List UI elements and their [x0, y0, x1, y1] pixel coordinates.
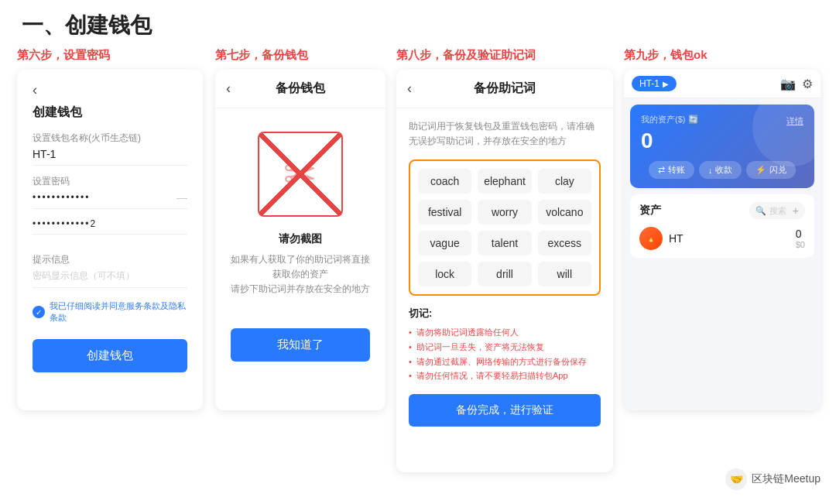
receive-icon: ↓ [708, 166, 713, 175]
reminder-item: 请勿将助记词透露给任何人 [409, 325, 601, 340]
no-screenshot-title: 请勿截图 [279, 232, 322, 246]
step-9-label: 第九步，钱包ok [624, 48, 708, 63]
assets-section: 资产 🔍 搜索 + 🔥 HT 0 $0 [630, 194, 814, 258]
know-button[interactable]: 我知道了 [231, 328, 370, 362]
password-confirm-field[interactable]: ••••••••••••2 [33, 218, 187, 235]
mnemonic-word: talent [478, 231, 531, 255]
topbar: HT-1 ▶ 📷 ⚙ [624, 70, 821, 98]
asset-actions: ⇄ 转账 ↓ 收款 ⚡ 闪兑 [641, 161, 803, 179]
wallet-name-label: 设置钱包名称(火币生态链) [33, 132, 187, 145]
mnemonic-word: lock [418, 262, 471, 286]
mnemonic-word: excess [538, 231, 591, 255]
mnemonic-desc: 助记词用于恢复钱包及重置钱包密码，请准确无误抄写助记词，并存放在安全的地方 [409, 119, 601, 149]
search-placeholder: 搜索 [769, 205, 786, 217]
receive-button[interactable]: ↓ 收款 [699, 161, 742, 179]
transfer-icon: ⇄ [658, 165, 665, 175]
flash-button[interactable]: ⚡ 闪兑 [746, 161, 796, 179]
page-title: 一、创建钱包 [22, 11, 152, 40]
agree-checkbox[interactable] [33, 306, 45, 318]
wallet-name-value: HT-1 [33, 148, 187, 166]
mnemonic-word: vague [418, 231, 471, 255]
asset-amount: 0 [641, 129, 803, 153]
wallet-badge[interactable]: HT-1 ▶ [632, 76, 677, 91]
hint-placeholder: 密码显示信息（可不填） [33, 269, 187, 288]
detail-link[interactable]: 详情 [786, 115, 803, 127]
watermark-text: 区块链Meetup [752, 472, 821, 486]
mnemonic-word: clay [538, 169, 591, 194]
reminder-item: 请勿任何情况，请不要轻易扫描转包App [409, 369, 601, 383]
mnemonic-word: volcano [538, 200, 591, 225]
no-screenshot-desc: 如果有人获取了你的助记词将直接获取你的资产请抄下助记词并存放在安全的地方 [231, 252, 370, 297]
agree-row: 我已仔细阅读并同意服务条款及隐私条款 [33, 300, 187, 324]
add-asset-icon[interactable]: + [793, 204, 799, 217]
topbar-icons: 📷 ⚙ [780, 77, 813, 91]
panel-step6: ‹ 创建钱包 设置钱包名称(火币生态链) HT-1 设置密码 •••••••••… [17, 70, 203, 410]
backup-verify-button[interactable]: 备份完成，进行验证 [409, 394, 601, 427]
ht-row: 🔥 HT 0 $0 [639, 227, 805, 250]
watermark: 🤝 区块链Meetup [725, 468, 821, 490]
step-8-label: 第八步，备份及验证助记词 [396, 48, 536, 63]
panel-8-title: 备份助记词 [474, 81, 536, 97]
mnemonic-grid: coachelephantclayfestivalworryvolcanovag… [409, 159, 601, 296]
camera-icon[interactable]: 📷 [780, 77, 796, 91]
assets-title: 资产 [639, 204, 661, 218]
screenshot-placeholder: ✂ [258, 132, 343, 217]
eye-icon[interactable]: — [176, 191, 187, 204]
settings-icon[interactable]: ⚙ [802, 77, 813, 91]
mnemonic-word: elephant [478, 169, 531, 194]
create-wallet-button[interactable]: 创建钱包 [33, 339, 187, 372]
refresh-icon[interactable]: 🔄 [688, 115, 699, 125]
reminder-list: 请勿将助记词透露给任何人助记词一旦丢失，资产将无法恢复请勿通过截屏、网络传输的方… [409, 325, 601, 383]
password-label: 设置密码 [33, 175, 187, 188]
watermark-icon: 🤝 [725, 468, 747, 490]
back-arrow-6[interactable]: ‹ [33, 82, 187, 98]
asset-label: 我的资产($) 🔄 [641, 114, 699, 125]
search-icon: 🔍 [755, 206, 766, 216]
password-confirm-dots: ••••••••••••2 [33, 218, 187, 229]
panel-6-title: 创建钱包 [33, 105, 187, 121]
password-field[interactable]: •••••••••••• — [33, 191, 187, 209]
search-box[interactable]: 🔍 搜索 + [749, 202, 805, 219]
back-arrow-7[interactable]: ‹ [226, 81, 231, 97]
reminder-title: 切记: [409, 307, 601, 321]
ht-usd: $0 [796, 240, 805, 249]
step-6-label: 第六步，设置密码 [17, 48, 110, 63]
assets-header: 资产 🔍 搜索 + [639, 202, 805, 219]
ht-name: HT [669, 232, 684, 245]
reminder-item: 请勿通过截屏、网络传输的方式进行备份保存 [409, 355, 601, 369]
agree-text: 我已仔细阅读并同意服务条款及隐私条款 [50, 300, 187, 324]
ht-info: 🔥 HT [639, 227, 684, 250]
mnemonic-word: coach [418, 169, 471, 194]
flash-icon: ⚡ [755, 165, 766, 175]
panel-7-title: 备份钱包 [276, 81, 325, 97]
ht-logo: 🔥 [639, 227, 663, 250]
step-7-label: 第七步，备份钱包 [215, 48, 308, 63]
ht-balance: 0 $0 [796, 228, 805, 249]
wallet-badge-name: HT-1 [639, 78, 660, 89]
password-dots: •••••••••••• [33, 192, 176, 203]
dropdown-arrow-icon: ▶ [663, 80, 669, 88]
panel-step9: HT-1 ▶ 📷 ⚙ 我的资产($) 🔄 详情 0 ⇄ 转账 ↓ 收款 [624, 70, 821, 410]
transfer-button[interactable]: ⇄ 转账 [649, 161, 694, 179]
reminder-item: 助记词一旦丢失，资产将无法恢复 [409, 340, 601, 355]
mnemonic-word: will [538, 262, 591, 286]
panel-step8: ‹ 备份助记词 助记词用于恢复钱包及重置钱包密码，请准确无误抄写助记词，并存放在… [396, 70, 613, 472]
asset-card: 我的资产($) 🔄 详情 0 ⇄ 转账 ↓ 收款 ⚡ 闪兑 [630, 105, 814, 188]
no-screenshot-icon: ✂ [283, 151, 317, 197]
mnemonic-word: worry [478, 200, 531, 225]
back-arrow-8[interactable]: ‹ [407, 81, 412, 97]
mnemonic-word: drill [478, 262, 531, 286]
mnemonic-word: festival [418, 200, 471, 225]
panel-step7: ‹ 备份钱包 ✂ 请勿截图 如果有人获取了你的助记词将直接获取你的资产请抄下助记… [215, 70, 385, 410]
hint-label: 提示信息 [33, 253, 187, 266]
